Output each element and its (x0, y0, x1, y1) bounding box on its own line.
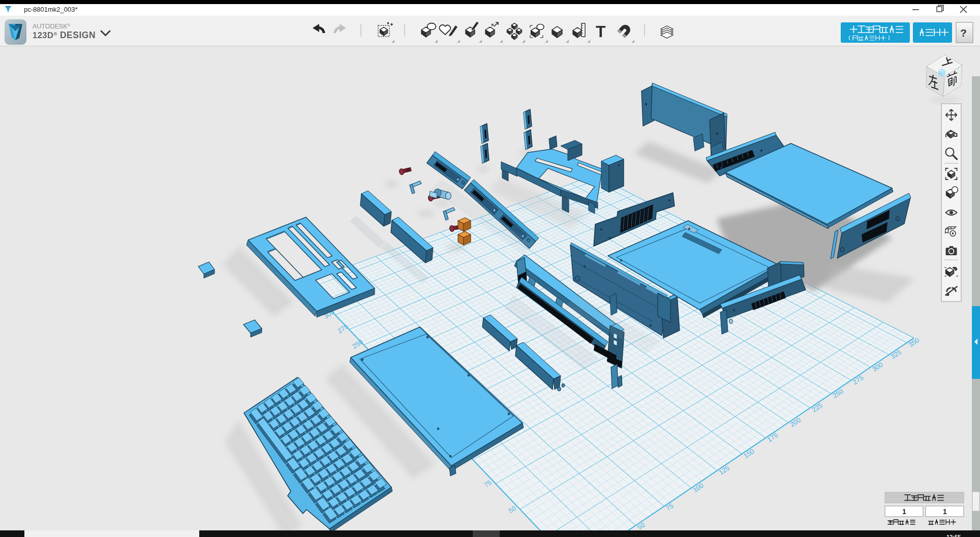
svg-text:1: 1 (902, 508, 906, 516)
svg-text:123D® DESIGN: 123D® DESIGN (33, 30, 96, 40)
svg-text:?: ? (960, 27, 967, 39)
svg-text:T: T (596, 22, 606, 41)
svg-text:AUTODESK®: AUTODESK® (33, 23, 71, 30)
svg-text:1: 1 (943, 508, 947, 516)
